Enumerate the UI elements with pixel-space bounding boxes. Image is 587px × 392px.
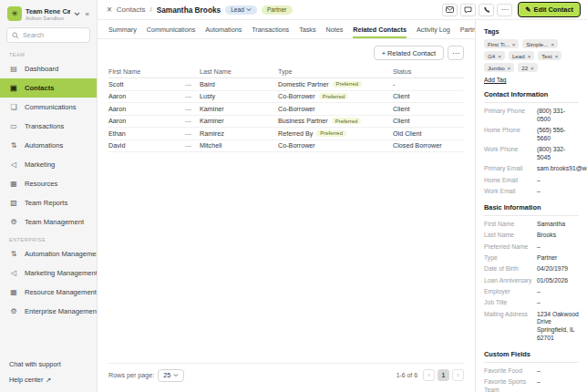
cell-type: Referred By [278,129,313,138]
field-row: Employer – [484,288,579,296]
field-value: – [537,367,541,376]
enterprise-management-icon[interactable]: ⚙ Enterprise Management [0,302,97,321]
nav-item-label: Automation Management [25,250,98,258]
cell-first-name: Scott [108,80,185,88]
tab[interactable]: Tasks [299,20,315,38]
main-area: Summary Communications Automations Trans… [98,20,475,392]
field-label: Work Phone [484,146,537,162]
basic-information-section: Basic Information First Name Samantha La… [484,203,579,343]
dashboard-icon[interactable]: ▤ Dashboard [0,59,97,78]
table-row[interactable]: David — Mitchell Co-Borrower Preferred C… [108,140,464,153]
communications-icon[interactable]: ❏ Communications [0,98,97,117]
close-icon[interactable]: × [107,5,112,15]
field-label: Loan Anniversary [484,277,537,285]
table-row[interactable]: Scott — Baird Domestic Partner Preferred… [108,78,464,91]
table-more-options-button[interactable]: ⋯ [448,46,464,60]
table-header-row: First Name Last Name Type Status [108,65,464,78]
remove-tag-icon[interactable]: × [528,53,531,59]
field-row: Type Partner [484,254,579,263]
tab[interactable]: Partner [460,20,475,38]
col-last-name: Last Name [200,67,278,76]
field-value: Partner [537,254,557,263]
sidebar-search [6,27,90,43]
nav-item-icon: ⇅ [9,250,18,258]
cell-type: Business Partner [278,117,328,125]
table-body: Scott — Baird Domestic Partner Preferred… [108,78,464,152]
field-value: Brooks [537,232,556,240]
tab[interactable]: Notes [326,20,344,38]
lead-status-badge[interactable]: Lead [225,5,257,15]
search-input[interactable] [23,31,85,39]
email-button[interactable] [442,4,458,16]
automation-management-icon[interactable]: ⇅ Automation Management [0,244,97,263]
search-icon [12,32,19,39]
preferred-badge: Preferred [332,118,362,124]
phone-icon [483,6,490,14]
tag-chip: G4 × [484,51,505,60]
remove-tag-icon[interactable]: × [555,53,559,59]
edit-contact-button[interactable]: ✎ Edit Contact [518,2,581,17]
tag-chips: First Ti... × Simple... × G4 × [484,39,579,72]
contact-header: × Contacts / Samantha Brooks Lead Partne… [98,0,587,20]
cell-dash: — [185,129,200,138]
sidebar-collapse-icon[interactable]: « [84,10,91,18]
cell-last-name: Baird [200,80,278,88]
remove-tag-icon[interactable]: × [551,41,554,47]
breadcrumb-contacts[interactable]: Contacts [117,5,146,14]
field-label: Home Phone [484,127,537,143]
tag-chip: First Ti... × [484,39,519,48]
marketing-icon[interactable]: ◁ Marketing [0,155,97,174]
cell-first-name: Ethan [108,129,185,138]
table-row[interactable]: Ethan — Ramirez Referred By Preferred Ol… [108,128,464,140]
remove-tag-icon[interactable]: × [512,41,516,47]
rows-per-page-select[interactable]: 25 [158,369,184,382]
next-page-button[interactable]: › [452,369,464,381]
cell-status: - [393,80,464,88]
nav-item-icon: ❏ [9,103,18,111]
nav-section-label-team: TEAM [0,46,97,59]
chat-with-support-link[interactable]: Chat with support [9,360,88,368]
pagination-bar: Rows per page: 25 1-6 of 6 ‹ 1 › [108,363,464,387]
automations-icon[interactable]: ⇅ Automations [0,136,97,155]
tab[interactable]: Summary [108,20,137,38]
add-tag-link[interactable]: Add Tag [484,77,506,83]
tab[interactable]: Automations [205,20,242,38]
tab[interactable]: Related Contacts [353,20,407,38]
transactions-icon[interactable]: ▭ Transactions [0,117,97,136]
cell-type: Co-Borrower [278,92,315,100]
tab[interactable]: Activity Log [417,20,450,38]
remove-tag-icon[interactable]: × [508,65,511,71]
message-button[interactable] [460,4,476,16]
field-row: Work Email – [484,188,579,196]
call-button[interactable] [479,4,494,16]
marketing-management-icon[interactable]: ◁ Marketing Management [0,263,97,283]
table-row[interactable]: Aaron — Kaminer Business Partner Preferr… [108,116,464,129]
partner-type-badge: Partner [262,5,293,15]
tag-chip: Simple... × [522,39,558,48]
nav-item-icon: ◁ [9,269,18,277]
tab[interactable]: Transactions [252,20,289,38]
resources-icon[interactable]: ▦ Resources [0,174,97,193]
cell-dash: — [185,141,200,150]
team-management-icon[interactable]: ⚙ Team Management [0,212,97,232]
page-1-button[interactable]: 1 [438,369,449,381]
more-actions-button[interactable]: ⋯ [497,4,512,16]
table-row[interactable]: Aaron — Kaminer Co-Borrower Preferred Cl… [108,103,464,116]
add-related-contact-button[interactable]: + Related Contact [374,46,444,60]
table-row[interactable]: Aaron — Lusty Co-Borrower Preferred Clie… [108,91,464,104]
cell-last-name: Kaminer [200,105,278,113]
header-actions: ⋯ ✎ Edit Contact [442,2,581,17]
remove-tag-icon[interactable]: × [498,53,501,59]
help-center-link[interactable]: Help center ↗ [9,376,88,384]
resource-management-icon[interactable]: ▦ Resource Management [0,283,97,302]
workspace-switcher[interactable]: ✳ Team Rene Ca... Aidium Sandbox « [0,0,97,26]
col-status: Status [393,67,464,76]
contacts-icon[interactable]: ▣ Contacts [0,78,97,98]
tab[interactable]: Communications [147,20,196,38]
team-reports-icon[interactable]: ▧ Team Reports [0,193,97,212]
field-row: Favorite Sports Team – [484,378,579,392]
cell-dash: — [185,80,200,88]
prev-page-button[interactable]: ‹ [423,369,435,381]
field-row: Date of Birth 04/20/1979 [484,265,579,273]
remove-tag-icon[interactable]: × [530,65,534,71]
